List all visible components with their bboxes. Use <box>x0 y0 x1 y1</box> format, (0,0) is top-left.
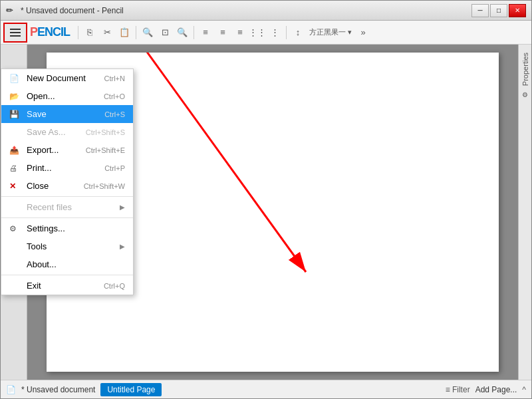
tools-label: Tools <box>27 241 120 251</box>
app-logo: PENCIL <box>30 25 70 39</box>
add-page-btn[interactable]: Add Page... <box>475 385 517 394</box>
saveas-label: Save As... <box>27 127 86 137</box>
recentfiles-arrow: ▶ <box>120 203 125 211</box>
menu-sep-1 <box>1 196 133 197</box>
open-shortcut: Ctrl+O <box>104 92 125 100</box>
align-center-icon[interactable]: ≡ <box>214 24 231 41</box>
settings-icon: ⚙ <box>9 224 23 233</box>
menu-item-save[interactable]: 💾 Save Ctrl+S <box>1 105 133 123</box>
menu-sep-3 <box>1 275 133 275</box>
toolbar-separator-3 <box>194 26 194 39</box>
settings-label: Settings... <box>27 223 125 233</box>
menu-item-saveas: Save As... Ctrl+Shift+S <box>1 123 133 141</box>
save-shortcut: Ctrl+S <box>104 110 125 118</box>
menu-item-open[interactable]: 📂 Open... Ctrl+O <box>1 87 133 105</box>
toolbar-separator-4 <box>286 26 287 39</box>
distribute-v-icon[interactable]: ⋮ <box>266 24 283 41</box>
title-bar: ✏ * Unsaved document - Pencil ─ □ ✕ <box>1 1 531 21</box>
maximize-button[interactable]: □ <box>490 4 507 17</box>
text-format-icon[interactable]: ↕ <box>289 24 307 41</box>
menu-item-new[interactable]: 📄 New Document Ctrl+N <box>1 69 133 87</box>
hamburger-line <box>10 35 21 37</box>
toolbar-separator-2 <box>136 26 136 39</box>
logo-rest: ENCIL <box>37 25 70 39</box>
window-controls: ─ □ ✕ <box>471 4 526 17</box>
menu-button[interactable] <box>3 23 27 43</box>
toolbar: PENCIL ⎘ ✂ 📋 🔍 ⊡ 🔍 ≡ ≡ ≡ ⋮⋮ ⋮ ↕ 方正黑果一 ▾ … <box>1 21 531 45</box>
menu-item-exit[interactable]: Exit Ctrl+Q <box>1 277 133 295</box>
menu-sep-2 <box>1 217 133 218</box>
distribute-h-icon[interactable]: ⋮⋮ <box>249 24 266 41</box>
logo-p: P <box>30 25 37 39</box>
export-label: Export... <box>27 145 86 155</box>
save-icon: 💾 <box>9 110 23 119</box>
properties-settings-icon: ⚙ <box>522 91 528 98</box>
app-window: ✏ * Unsaved document - Pencil ─ □ ✕ PENC… <box>0 0 532 399</box>
right-properties-panel[interactable]: Properties ⚙ <box>518 45 531 380</box>
zoom-out-icon[interactable]: 🔍 <box>174 24 191 41</box>
paste-icon[interactable]: 📋 <box>116 24 133 41</box>
properties-label: Properties <box>520 50 531 88</box>
menu-item-export[interactable]: 📤 Export... Ctrl+Shift+E <box>1 141 133 159</box>
exit-shortcut: Ctrl+Q <box>104 282 125 290</box>
menu-item-tools[interactable]: Tools ▶ <box>1 237 133 255</box>
new-doc-icon: 📄 <box>9 74 23 83</box>
window-title: * Unsaved document - Pencil <box>21 6 471 15</box>
open-icon: 📂 <box>9 92 23 101</box>
hamburger-line <box>10 29 21 30</box>
minimize-button[interactable]: ─ <box>471 4 489 17</box>
close-shortcut: Ctrl+Shift+W <box>84 182 125 190</box>
align-right-icon[interactable]: ≡ <box>231 24 249 41</box>
open-label: Open... <box>27 91 104 101</box>
print-shortcut: Ctrl+P <box>104 164 125 172</box>
menu-item-close[interactable]: ✕ Close Ctrl+Shift+W <box>1 177 133 195</box>
close-button[interactable]: ✕ <box>509 4 526 17</box>
menu-item-settings[interactable]: ⚙ Settings... <box>1 219 133 237</box>
expand-icon[interactable]: ^ <box>522 385 526 394</box>
menu-item-recentfiles: Recent files ▶ <box>1 198 133 216</box>
toolbar-separator-1 <box>78 26 78 39</box>
font-selector[interactable]: 方正黑果一 ▾ <box>307 27 354 37</box>
svg-line-1 <box>133 53 306 272</box>
fit-icon[interactable]: ⊡ <box>156 24 174 41</box>
tools-arrow: ▶ <box>120 243 125 250</box>
content-area: Properties ⚙ 📄 New Document Ctrl+N 📂 Ope… <box>1 45 531 380</box>
status-doc-icon: 📄 <box>6 385 16 394</box>
file-menu: 📄 New Document Ctrl+N 📂 Open... Ctrl+O 💾… <box>1 68 134 295</box>
hamburger-line <box>10 32 21 33</box>
zoom-in-icon[interactable]: 🔍 <box>139 24 156 41</box>
saveas-shortcut: Ctrl+Shift+S <box>86 128 125 136</box>
more-icon[interactable]: » <box>354 24 372 41</box>
status-doc-name: * Unsaved document <box>21 385 95 394</box>
export-icon: 📤 <box>9 146 23 155</box>
about-label: About... <box>27 259 125 269</box>
menu-item-about[interactable]: About... <box>1 255 133 273</box>
align-left-icon[interactable]: ≡ <box>197 24 214 41</box>
page-tab[interactable]: Untitled Page <box>100 383 162 396</box>
filter-label[interactable]: ≡ Filter <box>446 385 470 394</box>
new-doc-label: New Document <box>27 73 104 83</box>
exit-label: Exit <box>27 281 104 291</box>
close-menu-icon: ✕ <box>9 182 23 191</box>
status-bar-right: ≡ Filter Add Page... ^ <box>446 385 526 394</box>
copy-icon[interactable]: ⎘ <box>81 24 98 41</box>
recentfiles-label: Recent files <box>27 202 120 212</box>
new-doc-shortcut: Ctrl+N <box>104 74 125 82</box>
menu-item-print[interactable]: 🖨 Print... Ctrl+P <box>1 159 133 177</box>
status-bar: 📄 * Unsaved document Untitled Page ≡ Fil… <box>1 380 531 398</box>
print-icon: 🖨 <box>9 164 23 173</box>
save-label: Save <box>27 109 104 119</box>
cut-icon[interactable]: ✂ <box>98 24 116 41</box>
close-label: Close <box>27 181 84 191</box>
app-icon: ✏ <box>6 5 17 16</box>
export-shortcut: Ctrl+Shift+E <box>86 146 125 154</box>
print-label: Print... <box>27 163 104 173</box>
